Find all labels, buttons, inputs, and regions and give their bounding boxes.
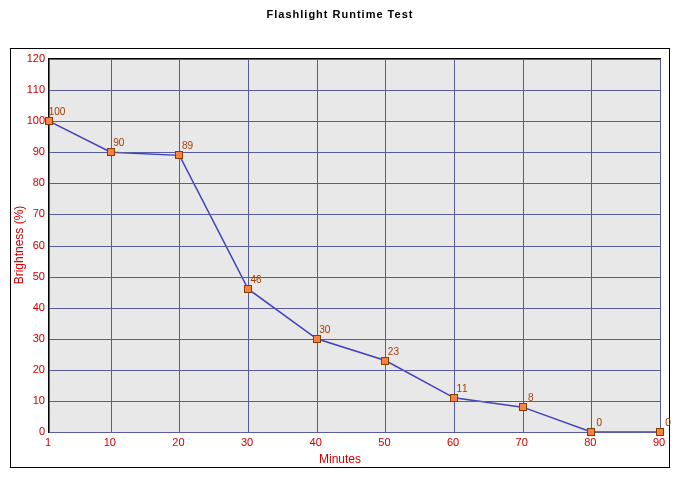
data-marker <box>175 151 183 159</box>
x-axis-label: Minutes <box>0 452 680 466</box>
data-label: 23 <box>388 346 399 357</box>
y-tick-label: 70 <box>15 207 45 219</box>
gridline-h <box>49 401 660 402</box>
data-marker <box>450 394 458 402</box>
data-marker <box>244 285 252 293</box>
gridline-h <box>49 90 660 91</box>
x-tick-label: 90 <box>639 436 679 448</box>
gridline-h <box>49 214 660 215</box>
gridline-h <box>49 277 660 278</box>
data-label: 11 <box>456 383 467 394</box>
y-tick-label: 90 <box>15 145 45 157</box>
gridline-h <box>49 308 660 309</box>
y-tick-label: 30 <box>15 332 45 344</box>
chart-title: Flashlight Runtime Test <box>0 8 680 20</box>
data-label: 0 <box>665 417 671 428</box>
x-tick-label: 70 <box>502 436 542 448</box>
gridline-h <box>49 246 660 247</box>
data-label: 46 <box>251 274 262 285</box>
gridline-h <box>49 59 660 60</box>
x-tick-label: 60 <box>433 436 473 448</box>
data-marker <box>381 357 389 365</box>
gridline-v <box>660 59 661 432</box>
y-tick-label: 80 <box>15 176 45 188</box>
x-tick-label: 40 <box>296 436 336 448</box>
data-marker <box>45 117 53 125</box>
y-tick-label: 110 <box>15 83 45 95</box>
x-tick-label: 20 <box>158 436 198 448</box>
x-tick-label: 10 <box>90 436 130 448</box>
y-tick-label: 100 <box>15 114 45 126</box>
data-label: 89 <box>182 140 193 151</box>
data-label: 8 <box>528 392 534 403</box>
gridline-h <box>49 121 660 122</box>
data-label: 100 <box>49 106 66 117</box>
y-tick-label: 120 <box>15 52 45 64</box>
data-label: 30 <box>319 324 330 335</box>
data-marker <box>656 428 664 436</box>
x-tick-label: 50 <box>364 436 404 448</box>
y-tick-label: 10 <box>15 394 45 406</box>
data-marker <box>587 428 595 436</box>
y-tick-label: 40 <box>15 301 45 313</box>
gridline-h <box>49 432 660 433</box>
x-tick-label: 30 <box>227 436 267 448</box>
x-tick-label: 1 <box>28 436 68 448</box>
y-tick-label: 60 <box>15 239 45 251</box>
y-tick-label: 50 <box>15 270 45 282</box>
data-label: 90 <box>113 137 124 148</box>
gridline-h <box>49 183 660 184</box>
data-marker <box>107 148 115 156</box>
x-tick-label: 80 <box>570 436 610 448</box>
gridline-h <box>49 339 660 340</box>
plot-area: 100908946302311800 <box>48 58 661 433</box>
data-marker <box>313 335 321 343</box>
gridline-h <box>49 152 660 153</box>
gridline-h <box>49 370 660 371</box>
data-label: 0 <box>597 417 603 428</box>
y-tick-label: 20 <box>15 363 45 375</box>
data-marker <box>519 403 527 411</box>
